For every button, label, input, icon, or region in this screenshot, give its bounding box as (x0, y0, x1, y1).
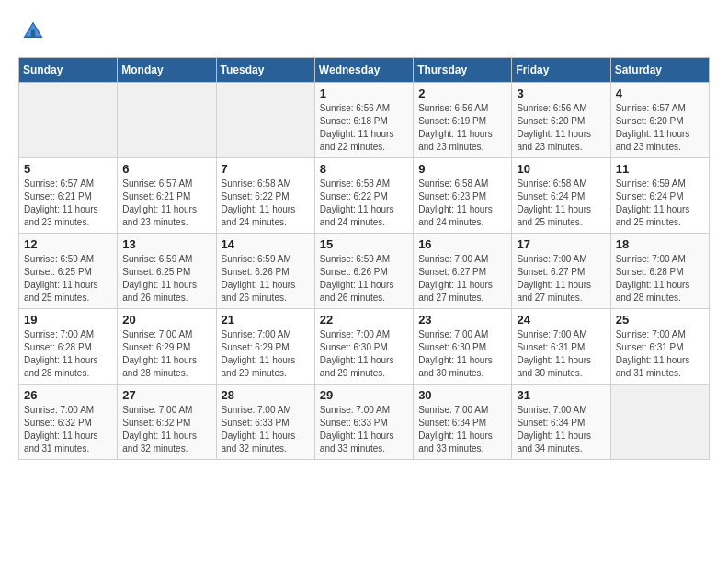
calendar-cell: 9Sunrise: 6:58 AMSunset: 6:23 PMDaylight… (414, 158, 512, 234)
calendar-cell (216, 83, 314, 158)
calendar-cell: 5Sunrise: 6:57 AMSunset: 6:21 PMDaylight… (19, 158, 118, 234)
calendar-cell: 2Sunrise: 6:56 AMSunset: 6:19 PMDaylight… (414, 83, 512, 158)
calendar-week-row: 12Sunrise: 6:59 AMSunset: 6:25 PMDayligh… (19, 234, 710, 309)
day-number: 23 (418, 313, 506, 327)
calendar-cell: 13Sunrise: 6:59 AMSunset: 6:25 PMDayligh… (118, 234, 216, 309)
header (18, 18, 710, 48)
weekday-header-monday: Monday (118, 58, 216, 83)
day-info: Sunrise: 7:00 AMSunset: 6:30 PMDaylight:… (418, 328, 506, 380)
calendar-cell: 22Sunrise: 7:00 AMSunset: 6:30 PMDayligh… (314, 309, 413, 385)
day-number: 9 (418, 162, 506, 176)
calendar-cell: 20Sunrise: 7:00 AMSunset: 6:29 PMDayligh… (118, 309, 216, 385)
calendar-week-row: 26Sunrise: 7:00 AMSunset: 6:32 PMDayligh… (19, 385, 710, 460)
calendar-cell (118, 83, 216, 158)
day-info: Sunrise: 6:59 AMSunset: 6:26 PMDaylight:… (320, 253, 408, 304)
calendar-cell: 29Sunrise: 7:00 AMSunset: 6:33 PMDayligh… (314, 385, 413, 460)
calendar-cell: 17Sunrise: 7:00 AMSunset: 6:27 PMDayligh… (512, 234, 610, 309)
day-info: Sunrise: 7:00 AMSunset: 6:30 PMDaylight:… (320, 328, 408, 380)
day-info: Sunrise: 7:00 AMSunset: 6:28 PMDaylight:… (616, 253, 704, 304)
day-number: 22 (320, 313, 408, 327)
day-number: 29 (320, 388, 408, 402)
day-info: Sunrise: 6:57 AMSunset: 6:21 PMDaylight:… (122, 178, 210, 229)
day-number: 6 (122, 162, 210, 176)
calendar-cell: 12Sunrise: 6:59 AMSunset: 6:25 PMDayligh… (19, 234, 118, 309)
calendar-cell: 4Sunrise: 6:57 AMSunset: 6:20 PMDaylight… (610, 83, 709, 158)
day-info: Sunrise: 7:00 AMSunset: 6:33 PMDaylight:… (320, 404, 408, 455)
day-number: 30 (418, 388, 506, 402)
day-number: 2 (418, 86, 506, 100)
day-number: 27 (122, 388, 210, 402)
weekday-header-friday: Friday (512, 58, 610, 83)
calendar-cell: 21Sunrise: 7:00 AMSunset: 6:29 PMDayligh… (216, 309, 314, 385)
page: SundayMondayTuesdayWednesdayThursdayFrid… (0, 0, 728, 478)
day-info: Sunrise: 7:00 AMSunset: 6:29 PMDaylight:… (222, 328, 310, 380)
day-info: Sunrise: 6:57 AMSunset: 6:20 PMDaylight:… (616, 102, 704, 154)
day-info: Sunrise: 6:57 AMSunset: 6:21 PMDaylight:… (24, 178, 112, 229)
day-number: 5 (24, 162, 112, 176)
day-number: 12 (24, 237, 112, 251)
day-number: 24 (517, 313, 605, 327)
calendar-cell: 25Sunrise: 7:00 AMSunset: 6:31 PMDayligh… (610, 309, 709, 385)
svg-rect-2 (31, 30, 35, 38)
calendar-cell: 24Sunrise: 7:00 AMSunset: 6:31 PMDayligh… (512, 309, 610, 385)
calendar-week-row: 19Sunrise: 7:00 AMSunset: 6:28 PMDayligh… (19, 309, 710, 385)
day-number: 15 (320, 237, 408, 251)
day-info: Sunrise: 6:59 AMSunset: 6:25 PMDaylight:… (122, 253, 210, 304)
weekday-header-saturday: Saturday (610, 58, 709, 83)
calendar-cell: 3Sunrise: 6:56 AMSunset: 6:20 PMDaylight… (512, 83, 610, 158)
day-number: 20 (122, 313, 210, 327)
day-info: Sunrise: 6:58 AMSunset: 6:23 PMDaylight:… (418, 178, 506, 229)
day-number: 31 (517, 388, 605, 402)
day-info: Sunrise: 7:00 AMSunset: 6:28 PMDaylight:… (24, 328, 112, 380)
day-info: Sunrise: 6:58 AMSunset: 6:22 PMDaylight:… (320, 178, 408, 229)
day-info: Sunrise: 7:00 AMSunset: 6:32 PMDaylight:… (122, 404, 210, 455)
logo-icon (20, 18, 46, 44)
day-number: 21 (222, 313, 310, 327)
day-info: Sunrise: 6:59 AMSunset: 6:24 PMDaylight:… (616, 178, 704, 229)
calendar-cell: 8Sunrise: 6:58 AMSunset: 6:22 PMDaylight… (314, 158, 413, 234)
day-info: Sunrise: 6:58 AMSunset: 6:22 PMDaylight:… (222, 178, 310, 229)
day-info: Sunrise: 6:59 AMSunset: 6:25 PMDaylight:… (24, 253, 112, 304)
day-number: 13 (122, 237, 210, 251)
day-info: Sunrise: 6:59 AMSunset: 6:26 PMDaylight:… (222, 253, 310, 304)
day-info: Sunrise: 7:00 AMSunset: 6:34 PMDaylight:… (517, 404, 605, 455)
calendar-header-row: SundayMondayTuesdayWednesdayThursdayFrid… (19, 58, 710, 83)
calendar-cell: 26Sunrise: 7:00 AMSunset: 6:32 PMDayligh… (19, 385, 118, 460)
calendar-cell: 15Sunrise: 6:59 AMSunset: 6:26 PMDayligh… (314, 234, 413, 309)
weekday-header-sunday: Sunday (19, 58, 118, 83)
calendar-cell: 1Sunrise: 6:56 AMSunset: 6:18 PMDaylight… (314, 83, 413, 158)
day-number: 19 (24, 313, 112, 327)
day-info: Sunrise: 6:58 AMSunset: 6:24 PMDaylight:… (517, 178, 605, 229)
day-info: Sunrise: 6:56 AMSunset: 6:20 PMDaylight:… (517, 102, 605, 154)
calendar-cell: 28Sunrise: 7:00 AMSunset: 6:33 PMDayligh… (216, 385, 314, 460)
day-number: 10 (517, 162, 605, 176)
day-number: 26 (24, 388, 112, 402)
day-number: 3 (517, 86, 605, 100)
calendar-week-row: 5Sunrise: 6:57 AMSunset: 6:21 PMDaylight… (19, 158, 710, 234)
calendar-cell: 16Sunrise: 7:00 AMSunset: 6:27 PMDayligh… (414, 234, 512, 309)
day-info: Sunrise: 7:00 AMSunset: 6:32 PMDaylight:… (24, 404, 112, 455)
day-number: 17 (517, 237, 605, 251)
day-info: Sunrise: 7:00 AMSunset: 6:31 PMDaylight:… (517, 328, 605, 380)
weekday-header-thursday: Thursday (414, 58, 512, 83)
day-info: Sunrise: 6:56 AMSunset: 6:18 PMDaylight:… (320, 102, 408, 154)
calendar-cell: 7Sunrise: 6:58 AMSunset: 6:22 PMDaylight… (216, 158, 314, 234)
calendar-cell (19, 83, 118, 158)
day-number: 11 (616, 162, 704, 176)
calendar-cell: 11Sunrise: 6:59 AMSunset: 6:24 PMDayligh… (610, 158, 709, 234)
day-number: 8 (320, 162, 408, 176)
day-number: 4 (616, 86, 704, 100)
logo (18, 18, 46, 48)
day-info: Sunrise: 7:00 AMSunset: 6:29 PMDaylight:… (122, 328, 210, 380)
day-info: Sunrise: 7:00 AMSunset: 6:27 PMDaylight:… (517, 253, 605, 304)
calendar-cell: 23Sunrise: 7:00 AMSunset: 6:30 PMDayligh… (414, 309, 512, 385)
day-info: Sunrise: 7:00 AMSunset: 6:27 PMDaylight:… (418, 253, 506, 304)
calendar-body: 1Sunrise: 6:56 AMSunset: 6:18 PMDaylight… (19, 83, 710, 460)
day-info: Sunrise: 7:00 AMSunset: 6:33 PMDaylight:… (222, 404, 310, 455)
calendar-week-row: 1Sunrise: 6:56 AMSunset: 6:18 PMDaylight… (19, 83, 710, 158)
calendar-cell: 27Sunrise: 7:00 AMSunset: 6:32 PMDayligh… (118, 385, 216, 460)
weekday-header-tuesday: Tuesday (216, 58, 314, 83)
calendar-cell: 31Sunrise: 7:00 AMSunset: 6:34 PMDayligh… (512, 385, 610, 460)
calendar-cell: 19Sunrise: 7:00 AMSunset: 6:28 PMDayligh… (19, 309, 118, 385)
day-info: Sunrise: 7:00 AMSunset: 6:34 PMDaylight:… (418, 404, 506, 455)
